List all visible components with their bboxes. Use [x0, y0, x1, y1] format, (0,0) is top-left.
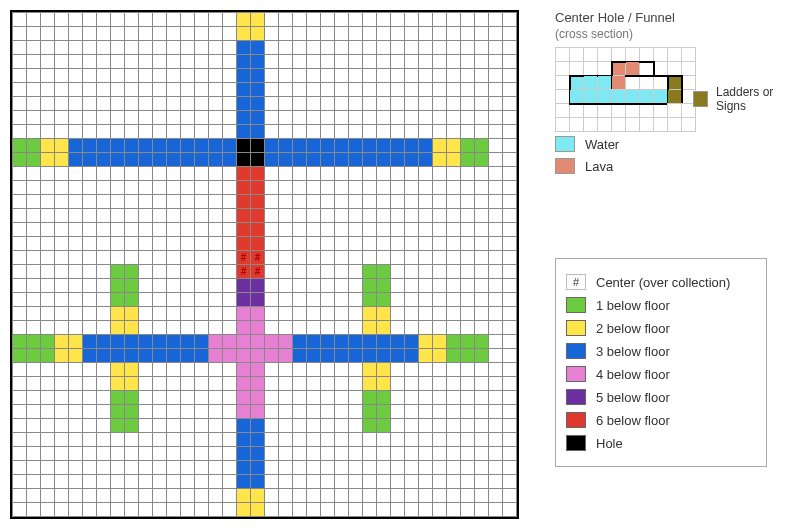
cross-section-panel: Center Hole / Funnel (cross section) — [555, 10, 795, 132]
legend-row-center: # Center (over collection) — [566, 274, 756, 290]
legend-ladder-label: Ladders or Signs — [716, 85, 800, 113]
cross-section-subtitle: (cross section) — [555, 27, 795, 41]
legend-water-label: Water — [585, 137, 619, 152]
plan-legend: # Center (over collection) 1 below floor… — [555, 258, 767, 467]
cross-section-legend: Water Lava — [555, 130, 795, 180]
legend-label-yellow: 2 below floor — [596, 321, 670, 336]
legend-row-blue: 3 below floor — [566, 343, 756, 359]
plan-table: #### — [12, 12, 517, 517]
legend-label-blue: 3 below floor — [596, 344, 670, 359]
legend-row-red: 6 below floor — [566, 412, 756, 428]
swatch-lava — [555, 158, 575, 174]
cross-table — [555, 47, 696, 132]
legend-label-black: Hole — [596, 436, 623, 451]
plan-grid: #### — [10, 10, 519, 519]
cross-section-title: Center Hole / Funnel — [555, 10, 795, 25]
swatch-yellow — [566, 320, 586, 336]
legend-ladder: Ladders or Signs — [693, 85, 800, 113]
swatch-purple — [566, 389, 586, 405]
legend-label-red: 6 below floor — [596, 413, 670, 428]
legend-label-purple: 5 below floor — [596, 390, 670, 405]
legend-row-pink: 4 below floor — [566, 366, 756, 382]
legend-label-pink: 4 below floor — [596, 367, 670, 382]
legend-label-green: 1 below floor — [596, 298, 670, 313]
swatch-green — [566, 297, 586, 313]
legend-lava-label: Lava — [585, 159, 613, 174]
swatch-blue — [566, 343, 586, 359]
swatch-ladder — [693, 91, 708, 107]
swatch-water — [555, 136, 575, 152]
legend-center-symbol: # — [573, 276, 579, 288]
legend-row-yellow: 2 below floor — [566, 320, 756, 336]
legend-row-black: Hole — [566, 435, 756, 451]
legend-center-label: Center (over collection) — [596, 275, 730, 290]
legend-row-green: 1 below floor — [566, 297, 756, 313]
legend-row-purple: 5 below floor — [566, 389, 756, 405]
swatch-black — [566, 435, 586, 451]
swatch-center: # — [566, 274, 586, 290]
swatch-red — [566, 412, 586, 428]
canvas: #### Center Hole / Funnel (cross section… — [0, 0, 800, 528]
swatch-pink — [566, 366, 586, 382]
